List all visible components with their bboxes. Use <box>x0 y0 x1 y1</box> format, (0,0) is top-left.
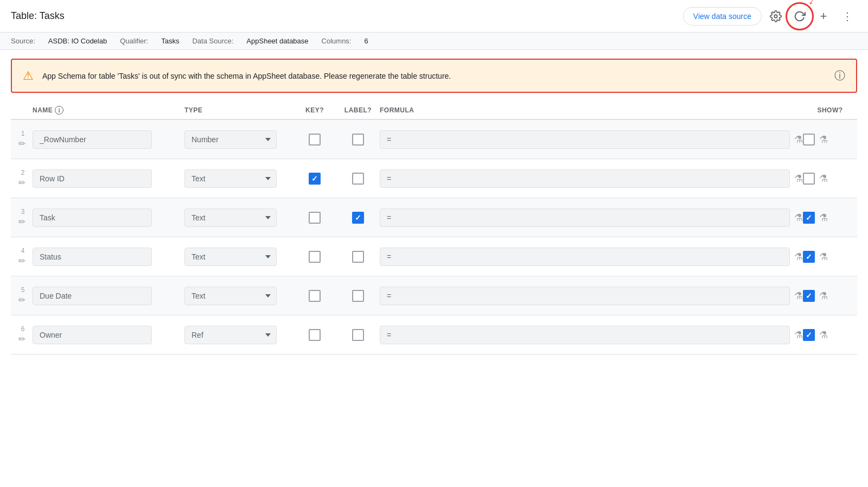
show-flask-icon[interactable]: ⚗ <box>819 173 828 185</box>
key-cell <box>293 212 336 224</box>
key-checkbox[interactable] <box>309 212 321 224</box>
show-cell: ⚗ <box>803 134 857 146</box>
formula-input[interactable] <box>380 248 790 266</box>
type-cell: Number Text Ref Date Boolean Enum <box>184 169 293 188</box>
label-cell <box>336 173 380 185</box>
formula-input[interactable] <box>380 326 790 344</box>
show-checkbox[interactable] <box>803 290 815 302</box>
formula-cell: ⚗ <box>380 248 803 266</box>
key-checkbox[interactable] <box>309 173 321 185</box>
red-arrow-indicator: ↓ <box>807 0 818 7</box>
col-header-formula: FORMULA <box>380 106 803 114</box>
more-options-button[interactable]: ⋮ <box>838 7 857 26</box>
formula-cell: ⚗ <box>380 169 803 188</box>
table-row: 5 ✏ Number Text Ref Date Boolean Enum ⚗ <box>11 276 857 315</box>
formula-flask-icon[interactable]: ⚗ <box>794 251 803 263</box>
formula-flask-icon[interactable]: ⚗ <box>794 212 803 224</box>
formula-flask-icon[interactable]: ⚗ <box>794 173 803 185</box>
type-select[interactable]: Number Text Ref Date Boolean Enum <box>184 287 277 305</box>
show-cell: ⚗ <box>803 251 857 263</box>
settings-icon-button[interactable] <box>766 7 786 26</box>
name-input[interactable] <box>33 208 152 227</box>
name-input[interactable] <box>33 287 152 305</box>
show-flask-icon[interactable]: ⚗ <box>819 251 828 263</box>
show-checkbox[interactable] <box>803 173 815 185</box>
col-header-label: LABEL? <box>336 106 380 114</box>
view-datasource-button[interactable]: View data source <box>683 7 762 26</box>
row-number: 6 <box>19 325 25 333</box>
show-flask-icon[interactable]: ⚗ <box>819 329 828 341</box>
label-checkbox[interactable] <box>352 134 364 146</box>
show-flask-icon[interactable]: ⚗ <box>819 290 828 302</box>
col-header-key: KEY? <box>293 106 336 114</box>
key-checkbox[interactable] <box>309 329 321 341</box>
label-checkbox[interactable] <box>352 251 364 263</box>
row-num-col: 4 ✏ <box>11 247 33 266</box>
refresh-button[interactable] <box>790 7 809 26</box>
formula-input[interactable] <box>380 169 790 188</box>
show-cell: ⚗ <box>803 290 857 302</box>
edit-icon[interactable]: ✏ <box>18 178 25 188</box>
label-checkbox[interactable] <box>352 329 364 341</box>
row-num-col: 1 ✏ <box>11 130 33 149</box>
type-select[interactable]: Number Text Ref Date Boolean Enum <box>184 130 277 149</box>
formula-input[interactable] <box>380 287 790 305</box>
type-select[interactable]: Number Text Ref Date Boolean Enum <box>184 169 277 188</box>
name-input[interactable] <box>33 169 152 188</box>
meta-bar: Source: ASDB: IO Codelab Qualifier: Task… <box>0 33 868 50</box>
show-checkbox[interactable] <box>803 329 815 341</box>
show-checkbox[interactable] <box>803 212 815 224</box>
formula-input[interactable] <box>380 208 790 227</box>
show-checkbox[interactable] <box>803 251 815 263</box>
row-number: 2 <box>19 169 25 176</box>
add-button[interactable]: + <box>814 7 833 26</box>
columns-label: Columns: <box>322 37 352 45</box>
type-select[interactable]: Number Text Ref Date Boolean Enum <box>184 326 277 344</box>
edit-icon[interactable]: ✏ <box>18 256 25 266</box>
datasource-label: Data Source: <box>192 37 233 45</box>
label-cell <box>336 134 380 146</box>
formula-flask-icon[interactable]: ⚗ <box>794 290 803 302</box>
edit-icon[interactable]: ✏ <box>18 138 25 149</box>
formula-input[interactable] <box>380 130 790 149</box>
name-input[interactable] <box>33 130 152 149</box>
name-input[interactable] <box>33 326 152 344</box>
label-cell <box>336 290 380 302</box>
name-cell <box>33 169 184 188</box>
formula-cell: ⚗ <box>380 130 803 149</box>
name-cell <box>33 130 184 149</box>
key-cell <box>293 134 336 146</box>
row-num-col: 5 ✏ <box>11 286 33 305</box>
key-checkbox[interactable] <box>309 134 321 146</box>
label-checkbox[interactable] <box>352 212 364 224</box>
show-flask-icon[interactable]: ⚗ <box>819 134 828 146</box>
header-actions: View data source ↓ + ⋮ <box>683 7 857 26</box>
label-checkbox[interactable] <box>352 290 364 302</box>
key-checkbox[interactable] <box>309 290 321 302</box>
row-num-col: 6 ✏ <box>11 325 33 344</box>
type-select[interactable]: Number Text Ref Date Boolean Enum <box>184 248 277 266</box>
refresh-btn-wrapper: ↓ <box>790 7 809 26</box>
formula-flask-icon[interactable]: ⚗ <box>794 134 803 146</box>
key-cell <box>293 251 336 263</box>
show-cell: ⚗ <box>803 329 857 341</box>
type-cell: Number Text Ref Date Boolean Enum <box>184 248 293 266</box>
name-info-icon[interactable]: i <box>55 106 63 115</box>
row-number: 3 <box>19 208 25 216</box>
edit-icon[interactable]: ✏ <box>18 295 25 305</box>
datasource-value: AppSheet database <box>246 37 308 45</box>
key-checkbox[interactable] <box>309 251 321 263</box>
name-input[interactable] <box>33 248 152 266</box>
formula-flask-icon[interactable]: ⚗ <box>794 329 803 341</box>
label-checkbox[interactable] <box>352 173 364 185</box>
show-flask-icon[interactable]: ⚗ <box>819 212 828 224</box>
page-title: Table: Tasks <box>11 10 683 22</box>
edit-icon[interactable]: ✏ <box>18 217 25 227</box>
info-icon[interactable]: ⓘ <box>834 68 845 83</box>
type-select[interactable]: Number Text Ref Date Boolean Enum <box>184 208 277 227</box>
key-cell <box>293 329 336 341</box>
name-cell <box>33 287 184 305</box>
edit-icon[interactable]: ✏ <box>18 334 25 344</box>
table-container: NAME i TYPE KEY? LABEL? FORMULA SHOW? 1 … <box>0 102 868 355</box>
show-checkbox[interactable] <box>803 134 815 146</box>
